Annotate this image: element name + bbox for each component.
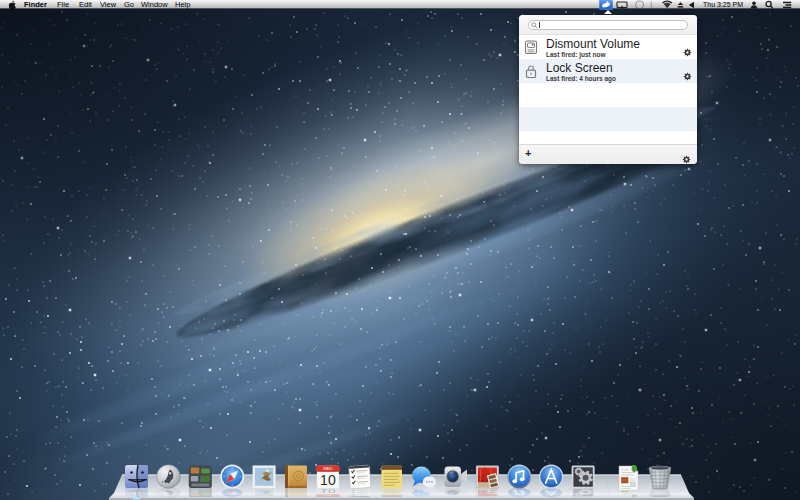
- svg-text:WED: WED: [323, 466, 332, 471]
- svg-text:10: 10: [320, 472, 336, 488]
- svg-text:WED: WED: [323, 495, 333, 497]
- svg-text:10: 10: [320, 488, 336, 494]
